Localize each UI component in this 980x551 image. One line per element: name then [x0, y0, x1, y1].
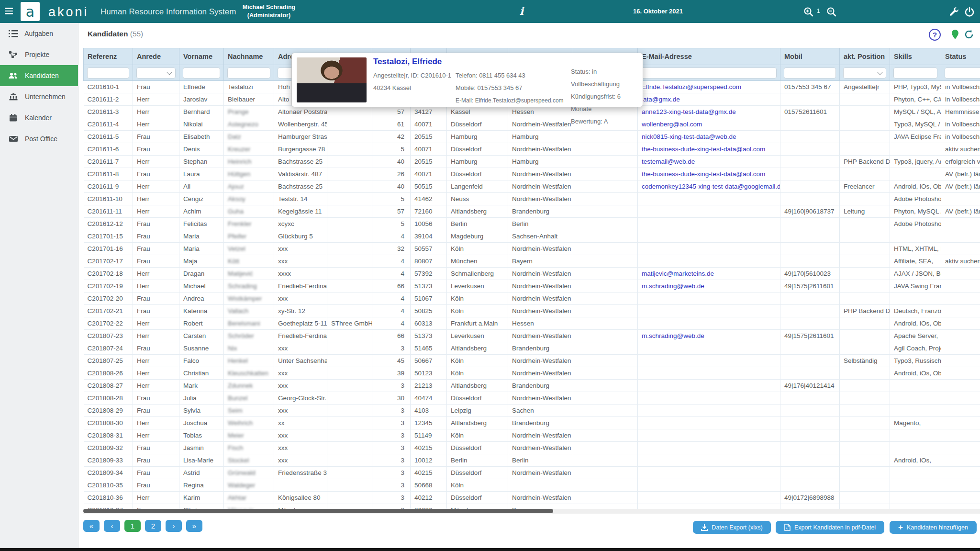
menu-icon[interactable] [5, 8, 14, 15]
table-row[interactable]: C201807-23HerrCarstenSchröderFriedlieb-F… [84, 330, 980, 342]
redacted-surname: Grünwald [228, 469, 256, 476]
table-row[interactable]: C201701-16FrauMariaVetzelxxx3250557KölnN… [84, 243, 980, 255]
cell-mobil [780, 479, 840, 492]
table-row[interactable]: C201701-15FrauMariaPfeiferGlückburg 5439… [84, 230, 980, 243]
cell-stadt: Düsseldorf [447, 392, 508, 405]
power-icon[interactable] [964, 6, 975, 18]
table-row[interactable]: C201809-34FrauAstridGrünwaldFriedensstra… [84, 467, 980, 479]
table-row[interactable]: C201702-22HerrRobertBerelsmaniGoetheplat… [84, 317, 980, 330]
filter-select-akt-position[interactable] [843, 67, 886, 79]
table-row[interactable]: C201612-12FrauFelicitasFrenklerxcyxc5100… [84, 218, 980, 230]
table-row[interactable]: C201611-4HerrNikolaiAstegnezoWollenbergs… [84, 118, 980, 131]
filter-input-referenz[interactable] [87, 67, 129, 79]
table-row[interactable]: C201702-19HerrMichaelSchradingFriedlieb-… [84, 280, 980, 292]
column-header-skills[interactable]: Skills [890, 48, 941, 65]
cell-adresszusatz [327, 405, 372, 417]
table-row[interactable]: C201702-20FrauAndreaWistkämperxxx451067K… [84, 292, 980, 305]
column-header-e-mail-adresse[interactable]: E-Mail-Adresse [638, 48, 780, 65]
current-user[interactable]: Michael Schrading (Administrator) [235, 3, 302, 20]
info-icon[interactable]: i [517, 5, 526, 18]
column-header-anrede[interactable]: Anrede [133, 48, 179, 65]
column-header-akt-position[interactable]: akt. Position [840, 48, 890, 65]
export-pdf-button[interactable]: A Export Kandidaten in pdf-Datei [776, 521, 884, 534]
column-header-nachname[interactable]: Nachname [224, 48, 274, 65]
scrollbar-thumb[interactable] [83, 509, 553, 513]
table-row[interactable]: C201611-8FrauLauraHüttgenValdisärstr. 48… [84, 168, 980, 180]
email-link[interactable]: testemail@web.de [642, 158, 695, 165]
email-link[interactable]: the-business-dude-xing-test-data@aol.com [642, 170, 765, 178]
cell-adresse: Bachstrasse 25 [274, 156, 327, 168]
cell-nachname: Vetzel [224, 243, 274, 255]
zoom-in-icon[interactable] [803, 6, 814, 18]
sidebar-item-kandidaten[interactable]: Kandidaten [0, 65, 78, 86]
table-row[interactable]: C201809-32FrauJasminFischxxx340215Düssel… [84, 442, 980, 454]
table-row[interactable]: C201810-35FrauReginaWaldeger350668Köln [84, 479, 980, 492]
cell-stadt: Köln [447, 243, 508, 255]
cell-e-mail-adresse: lata@gmx.de [638, 93, 780, 106]
filter-input-mobil[interactable] [784, 67, 836, 79]
sidebar-item-unternehmen[interactable]: Unternehmen [0, 86, 78, 107]
column-header-mobil[interactable]: Mobil [780, 48, 840, 65]
horizontal-scrollbar[interactable] [83, 509, 980, 514]
filter-input-vorname[interactable] [183, 67, 220, 79]
redacted-surname: Stockel [228, 457, 249, 464]
filter-input-status[interactable] [945, 67, 980, 79]
cell-col: 4 [372, 317, 411, 330]
table-row[interactable]: C201702-21FrauKaterinaVallachxy-Str. 124… [84, 305, 980, 317]
sidebar-item-kalender[interactable]: Kalender [0, 107, 78, 128]
table-row[interactable]: C201808-30HerrJoschuaWeihrichxx312345Alt… [84, 417, 980, 429]
email-link[interactable]: m.schrading@web.de [642, 332, 704, 339]
cell-skills [890, 230, 941, 243]
email-link[interactable]: the-business-dude-xing-test-data@aol.com [642, 146, 765, 153]
wrench-icon[interactable] [948, 6, 960, 18]
filter-select-anrede[interactable] [136, 67, 176, 79]
table-row[interactable]: C201611-9HerrAliAjouzBachstrasse 2540505… [84, 180, 980, 193]
table-row[interactable]: C201808-27HerrMarkZdunnekxxx321213Altlan… [84, 380, 980, 392]
table-row[interactable]: C201611-3HerrBernhardPrangeAltonaer Post… [84, 106, 980, 118]
zoom-out-icon[interactable] [826, 6, 837, 18]
cell-vorname: Denis [179, 143, 224, 156]
chevron-down-icon [877, 69, 882, 75]
email-link[interactable]: nick0815-xing-test-data@web.de [642, 133, 736, 140]
refresh-icon[interactable] [964, 29, 975, 41]
column-header-referenz[interactable]: Referenz [84, 48, 133, 65]
email-link[interactable]: lata@gmx.de [642, 96, 680, 103]
zoom-level: 1 [817, 0, 820, 23]
table-row[interactable]: C201702-17FrauMajaKöttxxx480807MünchenBa… [84, 255, 980, 268]
table-row[interactable]: C201808-26HerrChristianKleuschkattenxxx3… [84, 367, 980, 380]
email-link[interactable]: Elfride.Testalozi@superspeed.com [642, 83, 741, 90]
email-link[interactable]: wollenberg@aol.com [642, 121, 702, 128]
table-row[interactable]: C201808-29FrauSylviaSeimxxx34103LeipzigS… [84, 405, 980, 417]
email-link[interactable]: anne123-xing-test-data@gmx.de [642, 108, 736, 115]
table-row[interactable]: C201702-18HerrDraganMatijevićxxxx457392S… [84, 268, 980, 280]
filter-input-skills[interactable] [893, 67, 937, 79]
table-row[interactable]: C201808-28FrauJuliaBunzelGeorg-Glock-Str… [84, 392, 980, 405]
table-row[interactable]: C201611-11HerrAchimGuhaKegelgässle 11577… [84, 205, 980, 218]
table-row[interactable]: C201810-36HerrKarimAkhtarKönigsallee 803… [84, 492, 980, 504]
map-pin-icon[interactable] [950, 29, 961, 40]
sidebar-item-aufgaben[interactable]: Aufgaben [0, 23, 78, 44]
email-link[interactable]: codemonkey12345-xing-test-data@googlemai… [642, 183, 780, 190]
table-row[interactable]: C201807-25HerrFalcoHenkelUnter Sachsenha… [84, 355, 980, 367]
table-row[interactable]: C201611-10HerrCengizAksoyTeststr. 145414… [84, 193, 980, 205]
cell-bundesland: Brandenburg [508, 205, 573, 218]
table-row[interactable]: C201611-7HerrStephanHeinrichBachstrasse … [84, 156, 980, 168]
filter-input-nachname[interactable] [227, 67, 270, 79]
table-row[interactable]: C201611-6FrauDenisKreuzerBurgengasse 785… [84, 143, 980, 156]
table-row[interactable]: C201809-33FrauLisa-MarieStockelxxx310012… [84, 454, 980, 467]
help-icon[interactable]: ? [929, 29, 941, 41]
sidebar-item-projekte[interactable]: Projekte [0, 44, 78, 65]
table-row[interactable]: C201807-24FrauSusanneNixxxx351465Altland… [84, 342, 980, 355]
email-link[interactable]: m.schrading@web.de [642, 282, 704, 290]
cell-adresse: xxx [274, 429, 327, 442]
filter-input-e-mail-adresse[interactable] [641, 67, 777, 79]
sidebar-item-post-office[interactable]: Post Office [0, 128, 78, 149]
add-candidate-button[interactable]: + Kandidaten hinzufügen [890, 521, 977, 534]
cell-vorname: Robert [179, 317, 224, 330]
export-xlsx-button[interactable]: Daten Export (xlxs) [693, 521, 771, 534]
column-header-vorname[interactable]: Vorname [179, 48, 224, 65]
email-link[interactable]: matijevic@marketeins.de [642, 270, 714, 277]
table-row[interactable]: C201611-5FrauElisabethDatzHamburger Stra… [84, 131, 980, 143]
table-row[interactable]: C201808-31HerrTobiasMeierxxx351149KölnNo… [84, 429, 980, 442]
column-header-status[interactable]: Status [941, 48, 980, 65]
